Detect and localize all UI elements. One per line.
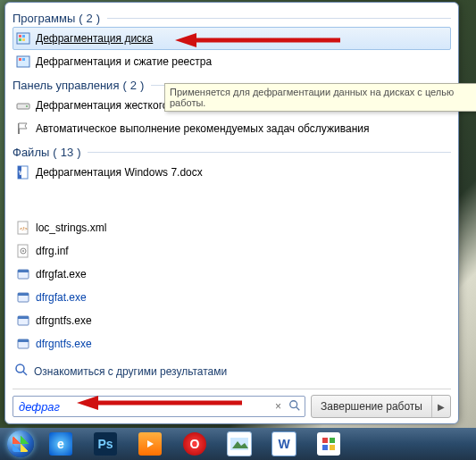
svg-rect-1: [19, 35, 21, 38]
svg-rect-40: [330, 445, 335, 450]
group-count: 2: [87, 12, 93, 25]
svg-point-9: [26, 105, 28, 107]
result-item-file[interactable]: dfrg.inf: [13, 239, 451, 263]
result-item-file[interactable]: </> loc_strings.xml: [13, 216, 451, 239]
result-label: Автоматическое выполнение рекомендуемых …: [36, 122, 369, 135]
search-icon: [285, 399, 301, 414]
result-item-defrag-registry[interactable]: Дефрагментация и сжатие реестра: [13, 50, 451, 73]
files-list: W Дефрагментация Windows 7.docx </> loc_…: [13, 161, 451, 355]
media-player-icon: [138, 432, 162, 456]
opera-icon: O: [183, 432, 206, 456]
result-label: dfrg.inf: [36, 245, 69, 257]
taskbar-item-app[interactable]: [307, 430, 350, 458]
group-header-programs: Программы (2): [13, 6, 451, 27]
see-more-results[interactable]: Ознакомиться с другими результатами: [13, 357, 451, 389]
search-input[interactable]: [17, 399, 271, 414]
group-title: Файлы: [13, 146, 49, 159]
group-title: Панель управления: [13, 79, 119, 92]
svg-rect-39: [322, 445, 328, 450]
svg-rect-4: [22, 38, 25, 41]
pictures-icon: [227, 431, 252, 456]
app-icon: [317, 432, 340, 456]
result-item-file[interactable]: dfrgntfs.exe: [13, 332, 451, 355]
start-search-panel: Программы (2) Дефрагментация диска Дефра…: [4, 2, 459, 424]
taskbar-item-word[interactable]: W: [263, 430, 305, 458]
flag-icon: [16, 121, 30, 136]
result-item-file[interactable]: W Дефрагментация Windows 7.docx: [13, 161, 451, 184]
result-label: dfrgfat.exe: [36, 291, 87, 304]
clear-search-icon[interactable]: ×: [271, 400, 285, 413]
shutdown-menu-arrow[interactable]: ▶: [432, 402, 450, 412]
svg-rect-6: [19, 58, 21, 61]
start-button[interactable]: [2, 429, 39, 459]
group-count: 13: [61, 146, 73, 159]
group-count: 2: [130, 79, 137, 92]
result-label: Дефрагментация и сжатие реестра: [36, 55, 212, 68]
defrag-icon: [16, 54, 30, 69]
svg-point-28: [290, 400, 297, 407]
shutdown-button[interactable]: Завершение работы ▶: [311, 395, 451, 418]
result-label: dfrgntfs.exe: [36, 314, 92, 327]
svg-line-29: [296, 406, 300, 410]
result-label: dfrgfat.exe: [36, 268, 87, 280]
windows-logo-icon: [7, 431, 34, 457]
defrag-icon: [16, 31, 30, 46]
svg-rect-2: [22, 35, 25, 38]
exe-icon: [16, 267, 30, 281]
drive-icon: [16, 98, 30, 113]
svg-rect-7: [22, 58, 25, 61]
svg-rect-23: [18, 316, 29, 319]
shutdown-label: Завершение работы: [312, 396, 432, 417]
result-item-file[interactable]: dfrgntfs.exe: [13, 309, 451, 332]
taskbar-item-photoshop[interactable]: Ps: [84, 430, 127, 458]
svg-text:</>: </>: [20, 226, 28, 231]
docx-icon: W: [16, 165, 30, 180]
svg-rect-3: [19, 38, 21, 41]
svg-rect-37: [322, 438, 328, 443]
result-item-defrag-disk[interactable]: Дефрагментация диска: [13, 27, 451, 50]
result-label: dfrgntfs.exe: [36, 338, 92, 350]
result-item-auto-maintenance[interactable]: Автоматическое выполнение рекомендуемых …: [13, 117, 451, 140]
svg-point-17: [22, 250, 24, 252]
xml-icon: </>: [16, 221, 30, 235]
exe-icon: [16, 314, 30, 328]
group-header-files: Файлы (13): [13, 140, 451, 161]
word-icon: W: [271, 431, 296, 456]
bottom-row: × Завершение работы ▶: [13, 389, 451, 420]
svg-rect-25: [18, 339, 29, 342]
result-item-file[interactable]: dfrgfat.exe: [13, 286, 451, 309]
result-label: loc_strings.xml: [36, 222, 106, 234]
taskbar-item-opera[interactable]: O: [173, 430, 216, 458]
svg-text:W: W: [19, 170, 25, 176]
exe-icon: [16, 337, 30, 351]
svg-rect-38: [330, 438, 335, 443]
inf-icon: [16, 244, 30, 258]
result-item-file[interactable]: dfrgfat.exe: [13, 263, 451, 286]
search-icon: [14, 363, 29, 380]
svg-rect-21: [18, 293, 29, 296]
see-more-label: Ознакомиться с другими результатами: [34, 365, 227, 378]
taskbar-item-ie[interactable]: e: [39, 430, 82, 458]
photoshop-icon: Ps: [94, 432, 117, 456]
result-label: Дефрагментация диска: [36, 32, 153, 45]
group-title: Программы: [13, 12, 75, 25]
svg-point-26: [16, 364, 24, 372]
svg-marker-34: [147, 440, 154, 447]
svg-rect-5: [17, 56, 29, 67]
search-box[interactable]: ×: [13, 396, 305, 417]
programs-list: Дефрагментация диска Дефрагментация и сж…: [13, 27, 451, 73]
ie-icon: e: [49, 432, 72, 456]
taskbar-item-pictures[interactable]: [218, 430, 261, 458]
taskbar: e Ps O W: [0, 428, 476, 460]
svg-line-27: [23, 372, 27, 375]
svg-rect-19: [18, 270, 29, 272]
result-label: Дефрагментация Windows 7.docx: [36, 166, 203, 179]
tooltip: Применяется для дефрагментации данных на…: [164, 83, 476, 112]
exe-icon: [16, 290, 30, 305]
taskbar-item-media[interactable]: [129, 430, 171, 458]
